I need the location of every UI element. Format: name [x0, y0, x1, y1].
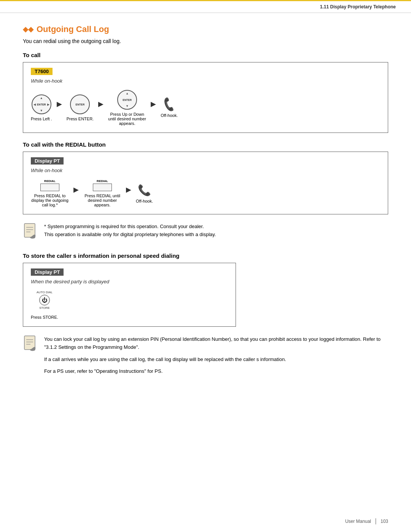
step1-label: Press Left .	[31, 117, 52, 121]
page-title: ◆◆ Outgoing Call Log	[23, 24, 388, 34]
arrow1: ▶	[57, 100, 62, 108]
section2-heading: To call with the REDIAL button	[23, 141, 388, 148]
footer-label: User Manual	[345, 519, 371, 524]
step4-label: Off-hook.	[161, 113, 178, 118]
note2-block: You can lock your call log by using an e…	[23, 335, 388, 379]
auto-dial-label: AUTO DIAL	[37, 291, 53, 294]
page-footer: User Manual 103	[345, 518, 388, 524]
redial-step3-label: Off-hook.	[136, 199, 153, 203]
redial-step2-label: Press REDIAL until desired number appear…	[83, 193, 121, 207]
redial-step1: REDIAL Press REDIAL to display the outgo…	[31, 179, 69, 207]
note2-para2: If a call arrives while you are using th…	[44, 355, 388, 363]
redial-btn1: REDIAL	[40, 179, 59, 191]
arrow3: ▶	[151, 100, 156, 108]
note2-text: You can lock your call log by using an e…	[44, 335, 388, 379]
section2-diagram: Display PT While on-hook REDIAL Press RE…	[23, 152, 388, 214]
note1-line1: * System programming is required for thi…	[44, 223, 216, 231]
section-title: 1.11 Display Proprietary Telephone	[320, 4, 396, 10]
section3-steps: AUTO DIAL ⏻ STORE Press STORE.	[31, 291, 228, 320]
step3: ▲ ▼ ENTER Press Up or Down until desired…	[108, 90, 146, 126]
store-label: STORE	[39, 306, 49, 310]
note1-block: * System programming is required for thi…	[23, 223, 388, 244]
section3-device: Display PT	[31, 268, 64, 276]
redial-btn2: REDIAL	[93, 179, 112, 191]
section2-device: Display PT	[31, 157, 64, 165]
left-button-icon: ▲ ▼ ◀ ▶ ENTER	[32, 94, 51, 114]
redial-step2: REDIAL Press REDIAL until desired number…	[83, 179, 121, 207]
section2-while: While on-hook	[31, 168, 380, 173]
redial-rect2	[93, 184, 112, 191]
step1: ▲ ▼ ◀ ▶ ENTER Press Left .	[31, 94, 52, 121]
step2-label: Press ENTER.	[67, 117, 94, 121]
section1-steps: ▲ ▼ ◀ ▶ ENTER Press Left . ▶ ENTER Press…	[31, 90, 380, 126]
note1-icon	[23, 223, 38, 244]
intro-text: You can redial using the outgoing call l…	[23, 38, 388, 44]
arrow2: ▶	[98, 100, 104, 108]
arrow4: ▶	[73, 185, 79, 194]
title-diamonds: ◆◆	[23, 25, 33, 34]
note1-text: * System programming is required for thi…	[44, 223, 216, 239]
note1-line2: This operation is available only for dig…	[44, 231, 216, 239]
title-text: Outgoing Call Log	[37, 24, 109, 34]
section3-when: When the desired party is displayed	[31, 279, 228, 284]
footer-divider	[376, 518, 376, 524]
offhook-icon2: 📞	[138, 184, 151, 197]
note2-icon	[23, 335, 38, 356]
step2: ENTER Press ENTER.	[67, 94, 94, 121]
arrow5: ▶	[126, 185, 131, 194]
footer-page: 103	[381, 519, 388, 524]
section1-device: T7600	[31, 68, 53, 75]
offhook-icon: 📞	[162, 98, 176, 111]
section1-heading: To call	[23, 52, 388, 58]
section3-heading: To store the caller s information in per…	[23, 252, 388, 259]
section-header: 1.11 Display Proprietary Telephone	[0, 0, 411, 13]
section2-steps: REDIAL Press REDIAL to display the outgo…	[31, 179, 380, 207]
enter-button-icon: ENTER	[70, 94, 90, 114]
store-step-label: Press STORE.	[31, 315, 58, 320]
step4: 📞 Off-hook.	[161, 98, 178, 118]
step3-label: Press Up or Down until desired number ap…	[108, 112, 146, 126]
redial-step1-label: Press REDIAL to display the outgoing cal…	[31, 193, 69, 207]
redial-step3: 📞 Off-hook.	[136, 184, 153, 203]
redial-rect1	[40, 184, 59, 191]
note2-para3: For a PS user, refer to "Operating Instr…	[44, 367, 388, 375]
note2-para1: You can lock your call log by using an e…	[44, 335, 388, 351]
updown-button-icon: ▲ ▼ ENTER	[117, 90, 137, 110]
section1-while: While on-hook	[31, 78, 380, 84]
section3-diagram: Display PT When the desired party is dis…	[23, 263, 236, 327]
store-icon: ⏻	[39, 295, 50, 305]
section1-diagram: T7600 While on-hook ▲ ▼ ◀ ▶ ENTER Press …	[23, 62, 388, 133]
store-step: AUTO DIAL ⏻ STORE Press STORE.	[31, 291, 58, 320]
store-button-wrap: AUTO DIAL ⏻ STORE	[37, 291, 53, 310]
